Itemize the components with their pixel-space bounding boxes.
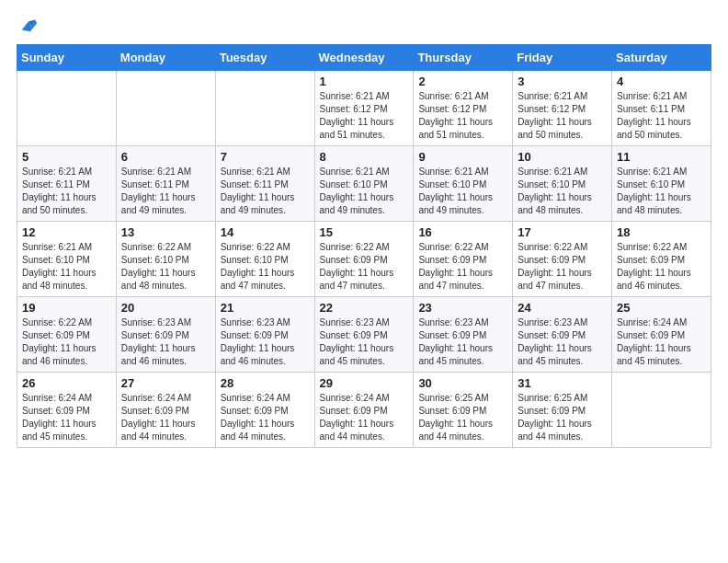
logo	[17, 15, 39, 35]
day-info: Sunrise: 6:22 AM Sunset: 6:10 PM Dayligh…	[121, 241, 210, 293]
week-row-4: 26Sunrise: 6:24 AM Sunset: 6:09 PM Dayli…	[17, 373, 711, 448]
calendar-cell: 6Sunrise: 6:21 AM Sunset: 6:11 PM Daylig…	[116, 146, 215, 222]
day-number: 9	[418, 150, 507, 164]
day-info: Sunrise: 6:21 AM Sunset: 6:10 PM Dayligh…	[418, 166, 507, 217]
day-number: 3	[518, 75, 607, 88]
calendar-cell	[116, 71, 215, 146]
day-number: 19	[22, 301, 111, 315]
day-number: 12	[22, 225, 111, 239]
calendar-cell: 8Sunrise: 6:21 AM Sunset: 6:10 PM Daylig…	[314, 146, 414, 222]
calendar-cell: 17Sunrise: 6:22 AM Sunset: 6:09 PM Dayli…	[513, 222, 612, 297]
day-number: 4	[617, 75, 706, 88]
day-info: Sunrise: 6:24 AM Sunset: 6:09 PM Dayligh…	[22, 392, 111, 443]
calendar-table: SundayMondayTuesdayWednesdayThursdayFrid…	[17, 44, 711, 448]
calendar-cell: 11Sunrise: 6:21 AM Sunset: 6:10 PM Dayli…	[612, 146, 711, 222]
day-number: 6	[121, 150, 210, 164]
day-number: 15	[320, 225, 409, 239]
day-number: 23	[418, 301, 507, 315]
day-info: Sunrise: 6:24 AM Sunset: 6:09 PM Dayligh…	[221, 392, 310, 443]
day-info: Sunrise: 6:23 AM Sunset: 6:09 PM Dayligh…	[320, 316, 409, 368]
day-number: 26	[22, 376, 111, 390]
calendar-cell: 24Sunrise: 6:23 AM Sunset: 6:09 PM Dayli…	[513, 297, 612, 373]
day-info: Sunrise: 6:24 AM Sunset: 6:09 PM Dayligh…	[617, 316, 706, 368]
calendar-cell: 16Sunrise: 6:22 AM Sunset: 6:09 PM Dayli…	[414, 222, 513, 297]
weekday-header-monday: Monday	[116, 45, 215, 71]
day-info: Sunrise: 6:22 AM Sunset: 6:10 PM Dayligh…	[221, 241, 310, 293]
day-info: Sunrise: 6:21 AM Sunset: 6:10 PM Dayligh…	[320, 166, 409, 217]
logo-bird-icon	[18, 15, 39, 35]
weekday-header-tuesday: Tuesday	[215, 45, 314, 71]
calendar-cell: 10Sunrise: 6:21 AM Sunset: 6:10 PM Dayli…	[513, 146, 612, 222]
calendar-cell: 5Sunrise: 6:21 AM Sunset: 6:11 PM Daylig…	[17, 146, 117, 222]
calendar-cell	[215, 71, 314, 146]
calendar-cell: 28Sunrise: 6:24 AM Sunset: 6:09 PM Dayli…	[215, 373, 314, 448]
day-info: Sunrise: 6:21 AM Sunset: 6:11 PM Dayligh…	[22, 166, 111, 217]
day-number: 29	[320, 376, 409, 390]
day-number: 14	[221, 225, 310, 239]
day-number: 17	[518, 225, 607, 239]
page: SundayMondayTuesdayWednesdayThursdayFrid…	[0, 0, 728, 563]
calendar-cell: 31Sunrise: 6:25 AM Sunset: 6:09 PM Dayli…	[513, 373, 612, 448]
day-info: Sunrise: 6:21 AM Sunset: 6:10 PM Dayligh…	[617, 166, 706, 217]
day-info: Sunrise: 6:21 AM Sunset: 6:11 PM Dayligh…	[221, 166, 310, 217]
day-info: Sunrise: 6:24 AM Sunset: 6:09 PM Dayligh…	[320, 392, 409, 443]
day-number: 25	[617, 301, 706, 315]
calendar-cell: 27Sunrise: 6:24 AM Sunset: 6:09 PM Dayli…	[116, 373, 215, 448]
weekday-header-thursday: Thursday	[414, 45, 513, 71]
day-info: Sunrise: 6:22 AM Sunset: 6:09 PM Dayligh…	[418, 241, 507, 293]
calendar-cell: 12Sunrise: 6:21 AM Sunset: 6:10 PM Dayli…	[17, 222, 117, 297]
weekday-header-row: SundayMondayTuesdayWednesdayThursdayFrid…	[17, 45, 711, 71]
calendar-cell: 2Sunrise: 6:21 AM Sunset: 6:12 PM Daylig…	[414, 71, 513, 146]
weekday-header-saturday: Saturday	[612, 45, 711, 71]
weekday-header-wednesday: Wednesday	[314, 45, 414, 71]
day-info: Sunrise: 6:21 AM Sunset: 6:12 PM Dayligh…	[518, 90, 607, 142]
day-number: 22	[320, 301, 409, 315]
calendar-cell: 30Sunrise: 6:25 AM Sunset: 6:09 PM Dayli…	[414, 373, 513, 448]
calendar-cell: 26Sunrise: 6:24 AM Sunset: 6:09 PM Dayli…	[17, 373, 117, 448]
day-number: 28	[221, 376, 310, 390]
day-info: Sunrise: 6:21 AM Sunset: 6:11 PM Dayligh…	[617, 90, 706, 142]
day-number: 11	[617, 150, 706, 164]
day-number: 27	[121, 376, 210, 390]
day-info: Sunrise: 6:21 AM Sunset: 6:10 PM Dayligh…	[518, 166, 607, 217]
day-number: 10	[518, 150, 607, 164]
calendar-cell: 15Sunrise: 6:22 AM Sunset: 6:09 PM Dayli…	[314, 222, 414, 297]
weekday-header-friday: Friday	[513, 45, 612, 71]
day-number: 2	[418, 75, 507, 88]
calendar-cell: 3Sunrise: 6:21 AM Sunset: 6:12 PM Daylig…	[513, 71, 612, 146]
day-info: Sunrise: 6:23 AM Sunset: 6:09 PM Dayligh…	[221, 316, 310, 368]
calendar-cell: 19Sunrise: 6:22 AM Sunset: 6:09 PM Dayli…	[17, 297, 117, 373]
day-info: Sunrise: 6:22 AM Sunset: 6:09 PM Dayligh…	[617, 241, 706, 293]
day-info: Sunrise: 6:21 AM Sunset: 6:12 PM Dayligh…	[320, 90, 409, 142]
day-number: 31	[518, 376, 607, 390]
calendar-cell	[17, 71, 117, 146]
day-info: Sunrise: 6:25 AM Sunset: 6:09 PM Dayligh…	[418, 392, 507, 443]
calendar-cell: 29Sunrise: 6:24 AM Sunset: 6:09 PM Dayli…	[314, 373, 414, 448]
day-number: 24	[518, 301, 607, 315]
day-number: 8	[320, 150, 409, 164]
day-info: Sunrise: 6:21 AM Sunset: 6:11 PM Dayligh…	[121, 166, 210, 217]
day-info: Sunrise: 6:21 AM Sunset: 6:12 PM Dayligh…	[418, 90, 507, 142]
calendar-cell: 14Sunrise: 6:22 AM Sunset: 6:10 PM Dayli…	[215, 222, 314, 297]
day-number: 13	[121, 225, 210, 239]
calendar-cell: 1Sunrise: 6:21 AM Sunset: 6:12 PM Daylig…	[314, 71, 414, 146]
day-info: Sunrise: 6:22 AM Sunset: 6:09 PM Dayligh…	[518, 241, 607, 293]
day-number: 16	[418, 225, 507, 239]
day-number: 18	[617, 225, 706, 239]
week-row-0: 1Sunrise: 6:21 AM Sunset: 6:12 PM Daylig…	[17, 71, 711, 146]
day-number: 20	[121, 301, 210, 315]
week-row-1: 5Sunrise: 6:21 AM Sunset: 6:11 PM Daylig…	[17, 146, 711, 222]
calendar-cell: 4Sunrise: 6:21 AM Sunset: 6:11 PM Daylig…	[612, 71, 711, 146]
calendar-cell: 23Sunrise: 6:23 AM Sunset: 6:09 PM Dayli…	[414, 297, 513, 373]
calendar-cell	[612, 373, 711, 448]
day-info: Sunrise: 6:23 AM Sunset: 6:09 PM Dayligh…	[418, 316, 507, 368]
day-info: Sunrise: 6:22 AM Sunset: 6:09 PM Dayligh…	[22, 316, 111, 368]
calendar-cell: 7Sunrise: 6:21 AM Sunset: 6:11 PM Daylig…	[215, 146, 314, 222]
calendar-cell: 22Sunrise: 6:23 AM Sunset: 6:09 PM Dayli…	[314, 297, 414, 373]
calendar-cell: 18Sunrise: 6:22 AM Sunset: 6:09 PM Dayli…	[612, 222, 711, 297]
day-info: Sunrise: 6:25 AM Sunset: 6:09 PM Dayligh…	[518, 392, 607, 443]
day-number: 5	[22, 150, 111, 164]
day-info: Sunrise: 6:21 AM Sunset: 6:10 PM Dayligh…	[22, 241, 111, 293]
day-number: 21	[221, 301, 310, 315]
day-info: Sunrise: 6:23 AM Sunset: 6:09 PM Dayligh…	[121, 316, 210, 368]
